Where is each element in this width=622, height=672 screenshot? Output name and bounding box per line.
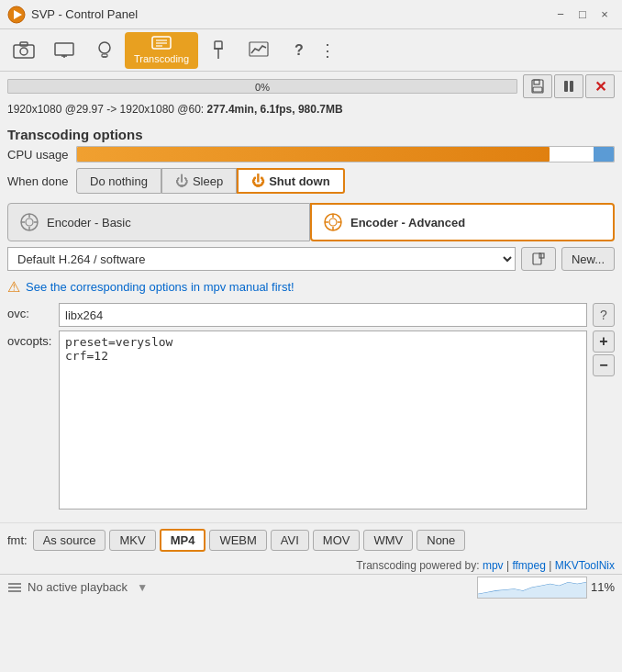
when-done-shutdown-btn[interactable]: ⏻ Shut down xyxy=(237,168,344,194)
svg-point-25 xyxy=(26,218,33,226)
minimize-button[interactable]: − xyxy=(550,5,571,25)
svg-rect-4 xyxy=(20,42,28,46)
fmt-mp4-label: MP4 xyxy=(171,533,195,547)
cpu-row: CPU usage xyxy=(7,146,615,162)
progress-area: 0% ✕ xyxy=(0,72,622,101)
status-left: No active playback ▼ xyxy=(7,580,473,594)
status-text: No active playback xyxy=(28,580,128,594)
encoder-advanced-label: Encoder - Advanced xyxy=(350,216,465,230)
help-icon: ? xyxy=(600,308,607,322)
preset-rename-btn[interactable] xyxy=(521,247,556,271)
status-dropdown-icon[interactable]: ▼ xyxy=(137,581,148,594)
fmt-mov-btn[interactable]: MOV xyxy=(313,530,361,551)
fmt-webm-label: WEBM xyxy=(219,533,256,547)
toolbar-camera-btn[interactable] xyxy=(4,32,44,69)
format-row: fmt: As source MKV MP4 WEBM AVI MOV WMV … xyxy=(0,522,622,557)
cpu-bar-fill xyxy=(77,147,550,162)
ovcopts-label: ovcopts: xyxy=(7,330,53,348)
encoder-basic-icon xyxy=(19,212,39,232)
shutdown-label: Shut down xyxy=(269,174,329,188)
progress-save-btn[interactable] xyxy=(523,74,552,98)
preset-select[interactable]: Default H.264 / software xyxy=(7,247,516,271)
progress-bar: 0% xyxy=(7,79,517,94)
maximize-button[interactable]: □ xyxy=(572,5,593,25)
monitor-icon xyxy=(53,41,75,60)
close-button[interactable]: × xyxy=(594,5,615,25)
svg-rect-21 xyxy=(533,87,542,92)
ovcopts-add-btn[interactable]: + xyxy=(593,330,615,353)
toolbar-bulb-btn[interactable] xyxy=(84,32,125,69)
toolbar-more-btn[interactable]: ⋮ xyxy=(319,32,336,69)
credits-text: Transcoding powered by: xyxy=(356,559,479,572)
transcoding-tab-label: Transcoding xyxy=(134,53,189,64)
status-bar: No active playback ▼ 11% xyxy=(0,574,622,599)
progress-stop-btn[interactable]: ✕ xyxy=(585,74,615,98)
warning-row: ⚠ See the corresponding options in mpv m… xyxy=(7,278,615,296)
transcoding-icon xyxy=(151,36,172,52)
toolbar-chart-btn[interactable] xyxy=(239,32,279,69)
cpu-bar-container[interactable] xyxy=(76,146,615,162)
shutdown-icon: ⏻ xyxy=(251,174,264,188)
preset-new-label: New... xyxy=(572,252,605,266)
ovcopts-textarea[interactable]: preset=veryslow crf=12 xyxy=(59,330,587,510)
cpu-bar-handle[interactable] xyxy=(594,147,614,162)
ovc-row: ovc: ? xyxy=(7,303,615,327)
svg-rect-20 xyxy=(534,80,539,84)
fmt-mp4-btn[interactable]: MP4 xyxy=(160,529,206,552)
credits-mpv-link[interactable]: mpv xyxy=(483,559,504,572)
toolbar-monitor-btn[interactable] xyxy=(44,32,84,69)
toolbar-transcoding-btn[interactable]: Transcoding xyxy=(125,32,198,69)
encoder-basic-tab[interactable]: Encoder - Basic xyxy=(7,203,310,241)
pin-icon xyxy=(210,40,227,61)
fmt-label: fmt: xyxy=(7,533,28,547)
ovcopts-remove-btn[interactable]: − xyxy=(593,354,615,376)
chart-icon xyxy=(249,41,269,60)
when-done-buttons: Do nothing ⏻ Sleep ⏻ Shut down xyxy=(76,168,345,194)
warning-link[interactable]: See the corresponding options in mpv man… xyxy=(26,280,294,294)
svg-rect-36 xyxy=(533,253,541,264)
app-title: SVP - Control Panel xyxy=(31,7,138,21)
progress-controls: ✕ xyxy=(523,74,615,98)
preset-new-btn[interactable]: New... xyxy=(561,247,615,271)
fmt-none-btn[interactable]: None xyxy=(417,530,465,551)
pause-icon xyxy=(562,79,575,94)
fmt-mkv-btn[interactable]: MKV xyxy=(109,530,155,551)
svg-point-3 xyxy=(20,48,28,55)
ovc-input[interactable] xyxy=(59,303,587,327)
title-bar-left: SVP - Control Panel xyxy=(7,6,138,24)
when-done-sleep-btn[interactable]: ⏻ Sleep xyxy=(161,168,237,194)
title-bar: SVP - Control Panel − □ × xyxy=(0,0,622,29)
bulb-icon xyxy=(95,40,114,61)
svg-rect-15 xyxy=(215,41,222,49)
progress-pause-btn[interactable] xyxy=(554,74,583,98)
credits-row: Transcoding powered by: mpv | ffmpeg | M… xyxy=(0,557,622,574)
credits-mkvtoolnix-link[interactable]: MKVToolNix xyxy=(555,559,615,572)
camera-icon xyxy=(13,41,35,60)
info-stats: 277.4min, 6.1fps, 980.7MB xyxy=(207,103,343,116)
fmt-webm-btn[interactable]: WEBM xyxy=(209,530,266,551)
sleep-icon: ⏻ xyxy=(175,174,188,188)
title-bar-controls: − □ × xyxy=(550,5,615,25)
encoder-advanced-tab[interactable]: Encoder - Advanced xyxy=(310,203,615,241)
encoder-advanced-icon xyxy=(323,212,343,232)
when-done-do-nothing-btn[interactable]: Do nothing xyxy=(76,168,161,194)
when-done-label: When done xyxy=(7,174,76,188)
ovcopts-row: ovcopts: preset=veryslow crf=12 + − xyxy=(7,330,615,510)
fmt-mov-label: MOV xyxy=(323,533,350,547)
ovc-help-btn[interactable]: ? xyxy=(593,303,615,327)
save-icon xyxy=(530,79,545,94)
fmt-avi-btn[interactable]: AVI xyxy=(271,530,309,551)
svg-rect-22 xyxy=(564,81,568,92)
ovcopts-buttons: + − xyxy=(593,330,615,376)
credits-ffmpeg-link[interactable]: ffmpeg xyxy=(512,559,545,572)
encoder-basic-label: Encoder - Basic xyxy=(47,216,131,230)
fmt-wmv-btn[interactable]: WMV xyxy=(363,530,413,551)
do-nothing-label: Do nothing xyxy=(90,174,148,188)
toolbar-help-btn[interactable]: ? xyxy=(279,32,319,69)
encoder-tabs: Encoder - Basic Encoder - Advanced xyxy=(7,203,615,241)
fmt-as-source-btn[interactable]: As source xyxy=(33,530,106,551)
toolbar-pin-btn[interactable] xyxy=(198,32,239,69)
cpu-label: CPU usage xyxy=(7,148,76,162)
status-menu-icon xyxy=(7,581,22,594)
svg-point-8 xyxy=(99,42,110,53)
